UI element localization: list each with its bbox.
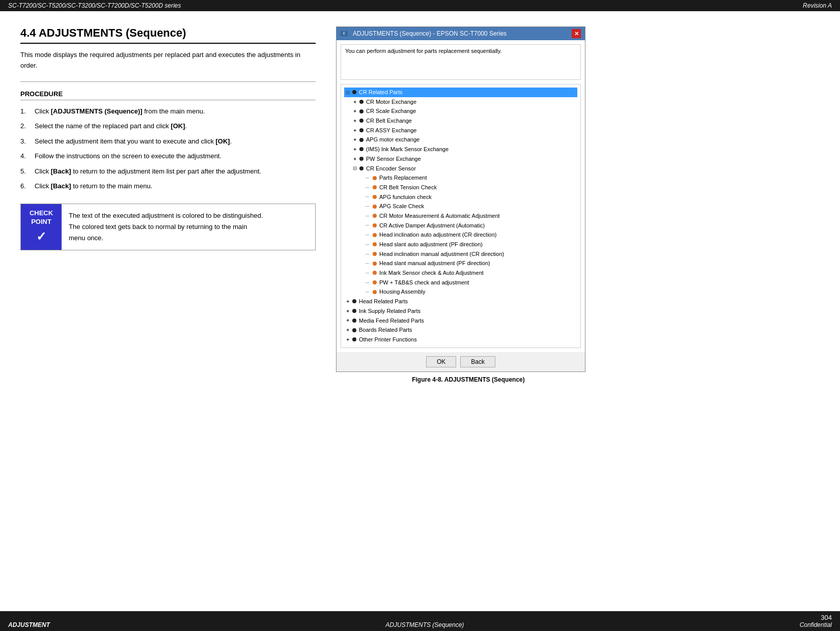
header-bar: SC-T7200/SC-T5200/SC-T3200/SC-T7200D/SC-… (0, 0, 840, 11)
bullet-head-inclination-manual-cr (373, 252, 377, 256)
checkpoint-container: CHECK POINT ✓ The text of the executed a… (20, 204, 316, 250)
tree-item-pw-sensor-exchange[interactable]: ✦ PW Sensor Exchange (344, 154, 577, 164)
epson-icon: E (341, 31, 348, 36)
checkpoint-label-line2: POINT (31, 218, 51, 226)
bullet-head-related-parts (352, 299, 356, 303)
tree-item-head-inclination-manual-cr[interactable]: ─ Head inclination manual adjustment (CR… (344, 249, 577, 259)
tree-item-cr-scale-exchange[interactable]: ✦ CR Scale Exchange (344, 106, 577, 116)
checkpoint-badge: CHECK POINT ✓ (21, 204, 62, 250)
page-number: 304 (821, 614, 832, 621)
bullet-cr-related-parts (352, 90, 356, 94)
tree-item-cr-encoder-sensor[interactable]: ⊟ CR Encoder Sensor (344, 164, 577, 174)
tree-item-apg-scale-check[interactable]: ─ APG Scale Check (344, 202, 577, 211)
bullet-cr-motor-measurement (373, 214, 377, 218)
bullet-cr-encoder-sensor (359, 166, 363, 170)
window-title: ADJUSTMENTS (Sequence) - EPSON SC-T7000 … (353, 30, 507, 37)
bullet-cr-belt-tension-check (373, 185, 377, 189)
tree-view[interactable]: ⊟ CR Related Parts ✦ CR Motor Exchange ✦… (341, 84, 581, 348)
tree-item-housing-assembly[interactable]: ─ Housing Assembly (344, 287, 577, 297)
window-description: You can perform adjustment for parts rep… (341, 44, 581, 80)
checkpoint-label-line1: CHECK (30, 209, 53, 218)
tree-item-head-inclination-auto-cr[interactable]: ─ Head inclination auto adjustment (CR d… (344, 230, 577, 240)
bullet-head-inclination-auto-cr (373, 233, 377, 237)
screenshot-window: E ADJUSTMENTS (Sequence) - EPSON SC-T700… (336, 26, 585, 372)
tree-item-cr-motor-measurement[interactable]: ─ CR Motor Measurement & Automatic Adjus… (344, 211, 577, 221)
procedure-step-4: 4. Follow the instructions on the screen… (20, 151, 316, 161)
tree-item-boards-related-parts[interactable]: ✦ Boards Related Parts (344, 325, 577, 335)
tree-item-cr-related-parts[interactable]: ⊟ CR Related Parts (344, 88, 577, 97)
bullet-cr-motor-exchange (359, 100, 363, 104)
tree-item-head-related-parts[interactable]: ✦ Head Related Parts (344, 297, 577, 306)
tree-item-ink-mark-sensor-check[interactable]: ─ Ink Mark Sensor check & Auto Adjustmen… (344, 268, 577, 278)
bullet-cr-scale-exchange (359, 109, 363, 113)
checkpoint-checkmark: ✓ (36, 228, 46, 244)
bullet-apg-scale-check (373, 205, 377, 209)
bullet-apg-function-check (373, 195, 377, 199)
bullet-boards-related-parts (352, 328, 356, 332)
bullet-head-slant-auto-pf (373, 242, 377, 246)
back-button[interactable]: Back (460, 356, 495, 367)
tree-item-head-slant-auto-pf[interactable]: ─ Head slant auto adjustment (PF directi… (344, 240, 577, 249)
procedure-heading: PROCEDURE (20, 90, 316, 100)
tree-item-cr-active-damper[interactable]: ─ CR Active Damper Adjustment (Automatic… (344, 221, 577, 231)
bullet-pw-t-b-s-check (373, 280, 377, 284)
figure-caption: Figure 4-8. ADJUSTMENTS (Sequence) (336, 376, 601, 383)
bullet-cr-assy-exchange (359, 128, 363, 132)
tree-item-media-feed-related-parts[interactable]: ✦ Media Feed Related Parts (344, 316, 577, 326)
procedure-step-1: 1. Click [ADJUSTMENTS (Sequence)] from t… (20, 106, 316, 117)
procedure-step-6: 6. Click [Back] to return to the main me… (20, 181, 316, 191)
tree-item-cr-belt-exchange[interactable]: ✦ CR Belt Exchange (344, 116, 577, 126)
bullet-other-printer-functions (352, 337, 356, 341)
window-close-button[interactable]: ✕ (572, 29, 581, 38)
header-series: SC-T7200/SC-T5200/SC-T3200/SC-T7200D/SC-… (8, 2, 181, 9)
bullet-apg-motor-exchange (359, 138, 363, 142)
procedure-step-2: 2. Select the name of the replaced part … (20, 121, 316, 131)
bullet-parts-replacement (373, 176, 377, 180)
footer-bar: ADJUSTMENT ADJUSTMENTS (Sequence) 304 Co… (0, 611, 840, 631)
procedure-step-5: 5. Click [Back] to return to the adjustm… (20, 166, 316, 177)
bullet-ink-mark-sensor-check (373, 271, 377, 275)
bullet-housing-assembly (373, 290, 377, 294)
tree-item-apg-function-check[interactable]: ─ APG functuion check (344, 192, 577, 202)
footer-right: 304 Confidential (800, 614, 832, 628)
section-title: 4.4 ADJUSTMENTS (Sequence) (20, 26, 316, 44)
ok-button[interactable]: OK (426, 356, 456, 367)
bullet-head-slant-manual-pf (373, 262, 377, 266)
tree-item-cr-assy-exchange[interactable]: ✦ CR ASSY Exchange (344, 126, 577, 135)
tree-item-ink-supply-related-parts[interactable]: ✦ Ink Supply Related Parts (344, 306, 577, 316)
bullet-media-feed-related-parts (352, 319, 356, 323)
tree-item-head-slant-manual-pf[interactable]: ─ Head slant manual adjustment (PF direc… (344, 259, 577, 268)
bullet-cr-belt-exchange (359, 119, 363, 123)
checkpoint-text: The text of the executed adjustment is c… (62, 204, 270, 250)
bullet-cr-active-damper (373, 223, 377, 227)
footer-center: ADJUSTMENTS (Sequence) (385, 621, 464, 628)
procedure-list: 1. Click [ADJUSTMENTS (Sequence)] from t… (20, 106, 316, 191)
right-panel: E ADJUSTMENTS (Sequence) - EPSON SC-T700… (336, 26, 601, 383)
section-description: This mode displays the required adjustme… (20, 50, 316, 71)
tree-item-pw-t-b-s-check[interactable]: ─ PW + T&B&S check and adjustment (344, 278, 577, 288)
header-revision: Revision A (803, 2, 832, 9)
tree-item-apg-motor-exchange[interactable]: ✦ APG motor exchange (344, 135, 577, 145)
left-panel: 4.4 ADJUSTMENTS (Sequence) This mode dis… (20, 26, 316, 383)
bullet-ims-sensor-exchange (359, 147, 363, 151)
divider (20, 81, 316, 82)
tree-item-parts-replacement[interactable]: ─ Parts Replacement (344, 173, 577, 183)
window-body: You can perform adjustment for parts rep… (337, 40, 585, 352)
footer-left: ADJUSTMENT (8, 621, 50, 628)
tree-item-ims-sensor-exchange[interactable]: ✦ (IMS) Ink Mark Sensor Exchange (344, 145, 577, 154)
bullet-pw-sensor-exchange (359, 157, 363, 161)
confidential-label: Confidential (800, 621, 832, 628)
procedure-step-3: 3. Select the adjustment item that you w… (20, 136, 316, 147)
tree-item-cr-motor-exchange[interactable]: ✦ CR Motor Exchange (344, 97, 577, 107)
bullet-ink-supply-related-parts (352, 309, 356, 313)
window-titlebar: E ADJUSTMENTS (Sequence) - EPSON SC-T700… (337, 27, 585, 40)
tree-item-other-printer-functions[interactable]: ✦ Other Printer Functions (344, 335, 577, 345)
main-content: 4.4 ADJUSTMENTS (Sequence) This mode dis… (0, 11, 840, 393)
window-footer: OK Back (337, 352, 585, 371)
tree-item-cr-belt-tension-check[interactable]: ─ CR Belt Tension Check (344, 183, 577, 192)
